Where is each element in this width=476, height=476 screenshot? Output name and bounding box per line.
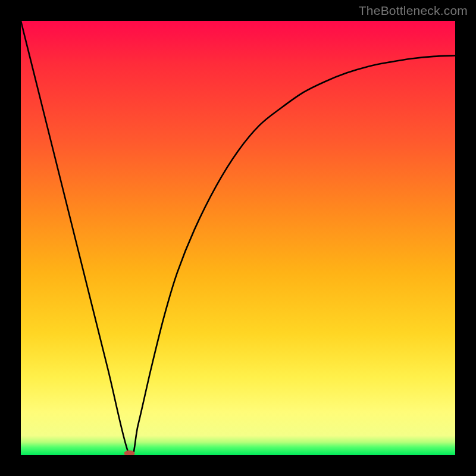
- watermark-label: TheBottleneck.com: [359, 4, 468, 18]
- chart-frame: TheBottleneck.com: [0, 0, 476, 476]
- bottleneck-curve: [21, 21, 455, 455]
- plot-area: [21, 21, 455, 455]
